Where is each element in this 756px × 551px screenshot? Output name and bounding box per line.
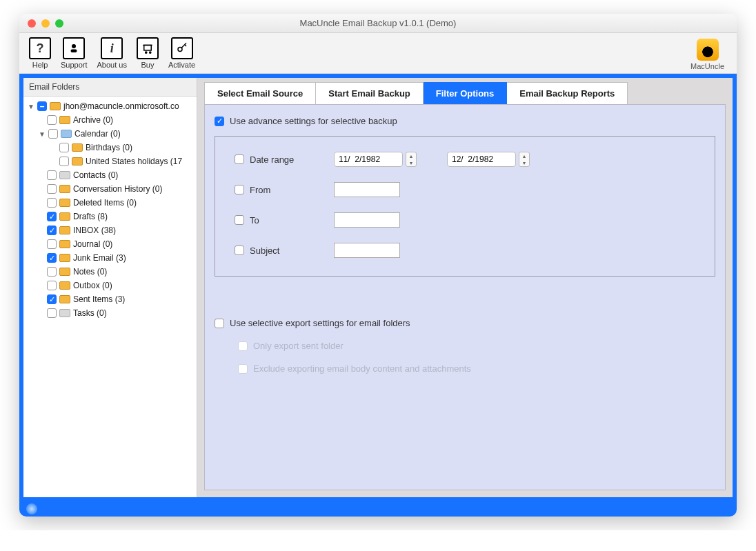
caret-down-icon[interactable]: ▼	[28, 103, 34, 110]
selective-checkbox[interactable]	[215, 319, 224, 328]
tree-item[interactable]: Archive (0)	[28, 113, 195, 127]
tab-backup-reports[interactable]: Email Backup Reports	[507, 82, 628, 104]
item-label: Drafts (8)	[73, 212, 108, 221]
folder-icon	[59, 268, 70, 276]
from-checkbox[interactable]	[235, 185, 244, 194]
item-checkbox[interactable]	[47, 253, 57, 263]
tree-item[interactable]: Journal (0)	[28, 237, 195, 251]
to-input[interactable]	[334, 212, 400, 228]
folder-icon	[59, 226, 70, 234]
tab-select-source[interactable]: Select Email Source	[204, 82, 316, 104]
folder-icon	[59, 281, 70, 290]
tab-start-backup[interactable]: Start Email Backup	[316, 82, 424, 104]
to-row: To	[235, 212, 695, 228]
buy-button[interactable]: Buy	[137, 37, 159, 69]
folder-icon	[59, 199, 70, 207]
item-label: Contacts (0)	[73, 170, 118, 180]
from-input[interactable]	[334, 182, 400, 197]
support-icon	[63, 37, 85, 59]
folder-icon	[59, 185, 70, 193]
activate-button[interactable]: Activate	[168, 37, 195, 69]
content-area: Email Folders ▼ jhon@macuncle.onmicrosof…	[19, 74, 737, 501]
tree-item[interactable]: United States holidays (17	[28, 154, 195, 168]
tab-filter-options[interactable]: Filter Options	[424, 82, 508, 104]
support-button[interactable]: Support	[61, 37, 88, 69]
root-checkbox[interactable]	[37, 101, 47, 111]
subject-checkbox[interactable]	[235, 246, 244, 255]
filter-group: Date range ▲▼ ▲▼	[215, 136, 715, 277]
subject-label: Subject	[250, 246, 279, 256]
support-label: Support	[61, 61, 88, 69]
item-checkbox[interactable]	[47, 267, 57, 277]
only-sent-row: Only export sent folder	[238, 341, 715, 351]
aboutus-button[interactable]: i About us	[97, 37, 127, 69]
tabbar: Select Email Source Start Email Backup F…	[204, 82, 726, 104]
contacts-icon	[59, 171, 70, 179]
date-to-stepper[interactable]: ▲▼	[519, 152, 530, 167]
date-range-checkbox[interactable]	[235, 154, 244, 164]
root-label: jhon@macuncle.onmicrosoft.co	[63, 101, 179, 111]
svg-rect-2	[144, 46, 152, 51]
item-checkbox[interactable]	[47, 239, 57, 249]
date-from-stepper[interactable]: ▲▼	[406, 152, 417, 167]
item-checkbox[interactable]	[47, 308, 57, 318]
activate-label: Activate	[168, 61, 195, 69]
close-icon[interactable]	[28, 19, 36, 28]
date-from-input[interactable]	[334, 152, 403, 167]
item-label: Sent Items (3)	[73, 294, 125, 304]
aboutus-label: About us	[97, 61, 127, 69]
item-checkbox[interactable]	[59, 157, 69, 166]
tree-item[interactable]: Contacts (0)	[28, 168, 195, 182]
zoom-icon[interactable]	[55, 19, 63, 28]
tree-item[interactable]: Notes (0)	[28, 265, 195, 279]
tree-item[interactable]: Junk Email (3)	[28, 251, 195, 265]
tree-item[interactable]: Sent Items (3)	[28, 292, 195, 306]
to-label: To	[250, 215, 259, 226]
tree-root[interactable]: ▼ jhon@macuncle.onmicrosoft.co	[28, 99, 195, 113]
tree-item[interactable]: ▼ Calendar (0)	[28, 127, 195, 141]
help-icon: ?	[29, 37, 51, 59]
advance-checkbox[interactable]	[215, 117, 224, 126]
item-checkbox[interactable]	[47, 281, 57, 290]
only-sent-label: Only export sent folder	[253, 341, 344, 351]
tree-item[interactable]: Deleted Items (0)	[28, 196, 195, 210]
item-checkbox[interactable]	[47, 115, 57, 125]
item-checkbox[interactable]	[47, 184, 57, 194]
item-checkbox[interactable]	[47, 198, 57, 208]
item-label: Outbox (0)	[73, 281, 112, 290]
tree-item[interactable]: Outbox (0)	[28, 279, 195, 292]
statusbar	[19, 501, 737, 517]
brand-logo-icon	[697, 39, 719, 61]
tree-item[interactable]: Conversation History (0)	[28, 182, 195, 196]
from-label: From	[250, 185, 270, 195]
traffic-lights	[19, 19, 63, 28]
item-checkbox[interactable]	[48, 129, 58, 139]
to-checkbox[interactable]	[235, 215, 244, 225]
svg-point-4	[146, 52, 147, 53]
sidebar: Email Folders ▼ jhon@macuncle.onmicrosof…	[23, 78, 197, 497]
item-label: Deleted Items (0)	[73, 198, 137, 208]
item-checkbox[interactable]	[47, 226, 57, 235]
date-to-input[interactable]	[447, 152, 516, 167]
tree-item[interactable]: Tasks (0)	[28, 306, 195, 320]
item-label: Calendar (0)	[74, 129, 121, 139]
tree-item[interactable]: Birthdays (0)	[28, 141, 195, 154]
tree-item[interactable]: INBOX (38)	[28, 223, 195, 237]
subject-input[interactable]	[334, 243, 400, 258]
exclude-checkbox	[238, 364, 248, 374]
svg-line-8	[184, 45, 186, 46]
caret-down-icon[interactable]: ▼	[39, 130, 46, 138]
item-checkbox[interactable]	[47, 294, 57, 304]
item-checkbox[interactable]	[59, 143, 69, 152]
item-checkbox[interactable]	[47, 212, 57, 221]
help-button[interactable]: ? Help	[29, 37, 51, 69]
item-checkbox[interactable]	[47, 170, 57, 180]
main-panel: Select Email Source Start Email Backup F…	[197, 78, 733, 497]
only-sent-checkbox	[238, 341, 248, 351]
subject-row: Subject	[235, 243, 695, 258]
folder-icon	[59, 116, 70, 124]
svg-point-0	[72, 44, 76, 48]
tree-item[interactable]: Drafts (8)	[28, 210, 195, 223]
selective-section: Use selective export settings for email …	[215, 318, 715, 374]
minimize-icon[interactable]	[41, 19, 50, 28]
